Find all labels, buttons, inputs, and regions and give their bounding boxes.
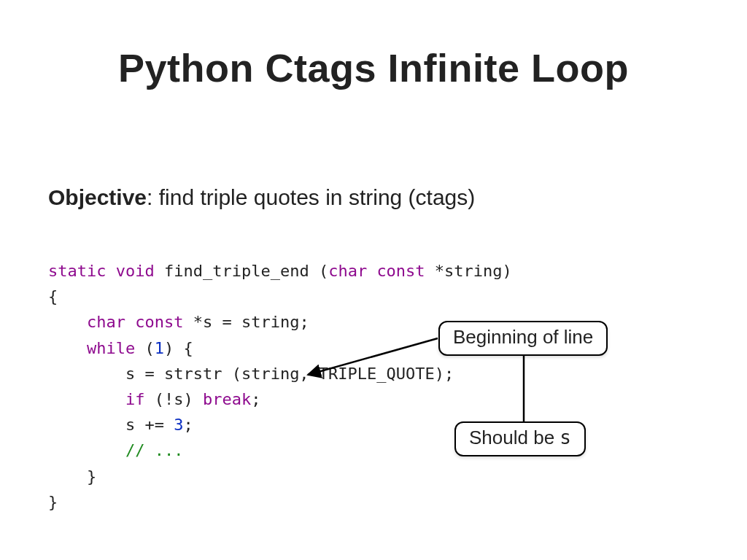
callout-top: Beginning of line <box>438 321 608 356</box>
callout-bottom-code: s <box>560 427 571 448</box>
code-line-1: static void find_triple_end (char const … <box>48 262 512 280</box>
code-line-4: while (1) { <box>48 339 193 357</box>
code-line-9: } <box>48 467 96 486</box>
code-block: static void find_triple_end (char const … <box>48 258 512 515</box>
code-line-7: s += 3; <box>48 416 193 434</box>
code-line-10: } <box>48 493 58 511</box>
code-line-5: s = strstr (string, TRIPLE_QUOTE); <box>48 365 454 383</box>
code-line-8: // ... <box>48 441 183 459</box>
callout-bottom: Should be s <box>454 421 586 456</box>
callout-bottom-text: Should be <box>469 427 560 448</box>
slide: Python Ctags Infinite Loop Objective: fi… <box>0 0 747 560</box>
objective-line: Objective: find triple quotes in string … <box>48 185 475 210</box>
code-line-2: { <box>48 287 58 306</box>
callout-top-text: Beginning of line <box>453 326 593 348</box>
objective-text: : find triple quotes in string (ctags) <box>147 185 475 209</box>
slide-title: Python Ctags Infinite Loop <box>0 45 747 90</box>
code-line-6: if (!s) break; <box>48 390 260 408</box>
objective-label: Objective <box>48 185 147 209</box>
code-line-3: char const *s = string; <box>48 313 309 331</box>
